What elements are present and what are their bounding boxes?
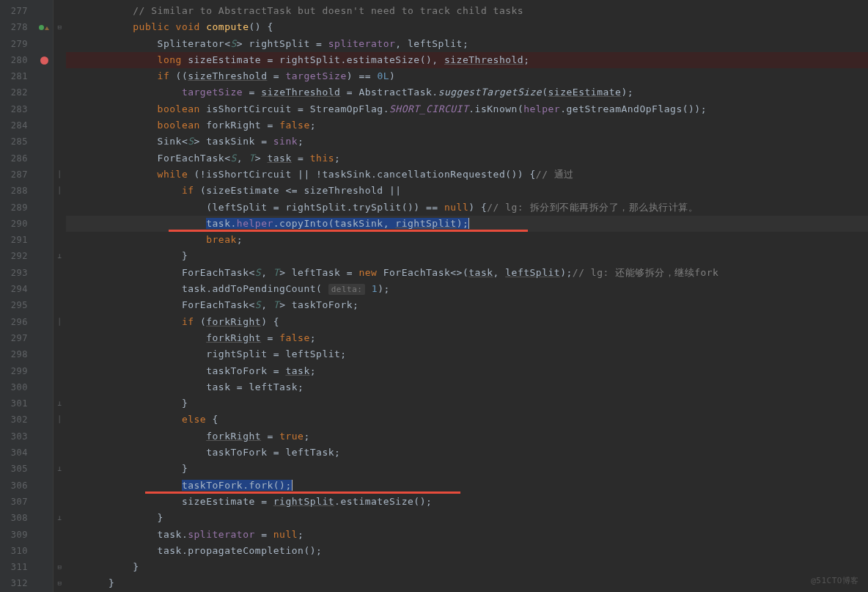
- code-line[interactable]: ForEachTask<S, T> leftTask = new ForEach…: [66, 265, 868, 281]
- code-line[interactable]: rightSplit = leftSplit;: [66, 346, 868, 362]
- fold-slot[interactable]: [54, 297, 66, 313]
- fold-slot[interactable]: ⊥: [54, 248, 66, 264]
- fold-slot[interactable]: [54, 346, 66, 362]
- code-line[interactable]: task.propagateCompletion();: [66, 543, 868, 559]
- line-number[interactable]: 302: [0, 412, 35, 428]
- fold-slot[interactable]: │: [54, 183, 66, 199]
- line-number[interactable]: 287: [0, 167, 35, 183]
- marker-slot[interactable]: [35, 543, 53, 559]
- line-number[interactable]: 308: [0, 510, 35, 526]
- marker-slot[interactable]: [35, 3, 53, 19]
- line-number[interactable]: 309: [0, 527, 35, 543]
- code-line[interactable]: boolean forkRight = false;: [66, 117, 868, 134]
- marker-slot[interactable]: [35, 428, 53, 445]
- code-line[interactable]: ForEachTask<S, T> taskToFork;: [66, 297, 868, 313]
- line-number[interactable]: 297: [0, 330, 35, 346]
- marker-slot[interactable]: [35, 297, 53, 313]
- code-line-highlighted[interactable]: taskToFork.fork();: [66, 478, 868, 494]
- line-number[interactable]: 285: [0, 134, 35, 150]
- line-number[interactable]: 293: [0, 265, 35, 281]
- code-line[interactable]: ForEachTask<S, T> task = this;: [66, 150, 868, 167]
- line-number[interactable]: 300: [0, 379, 35, 395]
- code-line[interactable]: if (sizeEstimate <= sizeThreshold ||: [66, 183, 868, 199]
- fold-slot[interactable]: [54, 281, 66, 297]
- line-number[interactable]: 307: [0, 494, 35, 510]
- line-number[interactable]: 278: [0, 19, 35, 35]
- code-line[interactable]: forkRight = true;: [66, 428, 868, 445]
- line-number[interactable]: 286: [0, 150, 35, 167]
- code-line[interactable]: Sink<S> taskSink = sink;: [66, 134, 868, 150]
- code-line[interactable]: taskToFork = task;: [66, 363, 868, 379]
- breakpoint-icon[interactable]: [40, 56, 48, 65]
- marker-slot[interactable]: [35, 478, 53, 494]
- fold-slot[interactable]: [54, 330, 66, 346]
- marker-slot[interactable]: [35, 183, 53, 199]
- line-number[interactable]: 280: [0, 52, 35, 68]
- marker-slot[interactable]: [35, 461, 53, 477]
- line-number[interactable]: 284: [0, 117, 35, 134]
- fold-slot[interactable]: [54, 52, 66, 68]
- code-line[interactable]: if (forkRight) {: [66, 314, 868, 330]
- fold-slot[interactable]: ⊟: [54, 19, 66, 35]
- line-number[interactable]: 290: [0, 216, 35, 232]
- marker-slot[interactable]: [35, 527, 53, 543]
- fold-slot[interactable]: [54, 232, 66, 248]
- line-number[interactable]: 292: [0, 248, 35, 264]
- code-editor[interactable]: 2772782792802812822832842852862872882892…: [0, 0, 868, 592]
- fold-slot[interactable]: [54, 84, 66, 101]
- code-line[interactable]: Spliterator<S> rightSplit = spliterator,…: [66, 36, 868, 52]
- fold-slot[interactable]: [54, 68, 66, 84]
- marker-slot[interactable]: [35, 19, 53, 35]
- code-line[interactable]: if ((sizeThreshold = targetSize) == 0L): [66, 68, 868, 84]
- marker-slot[interactable]: [35, 68, 53, 84]
- marker-slot[interactable]: [35, 134, 53, 150]
- line-number[interactable]: 291: [0, 232, 35, 248]
- code-line[interactable]: }: [66, 395, 868, 412]
- code-line[interactable]: else {: [66, 412, 868, 428]
- code-line[interactable]: targetSize = sizeThreshold = AbstractTas…: [66, 84, 868, 101]
- line-number-gutter[interactable]: 2772782792802812822832842852862872882892…: [0, 0, 35, 592]
- line-number[interactable]: 304: [0, 445, 35, 461]
- code-line[interactable]: boolean isShortCircuit = StreamOpFlag.SH…: [66, 101, 868, 117]
- fold-slot[interactable]: [54, 3, 66, 19]
- line-number[interactable]: 283: [0, 101, 35, 117]
- code-line[interactable]: }: [66, 461, 868, 477]
- marker-slot[interactable]: [35, 232, 53, 248]
- fold-slot[interactable]: │: [54, 314, 66, 330]
- line-number[interactable]: 311: [0, 559, 35, 575]
- marker-slot[interactable]: [35, 101, 53, 117]
- line-number[interactable]: 288: [0, 183, 35, 199]
- line-number[interactable]: 277: [0, 3, 35, 19]
- code-line[interactable]: task = leftTask;: [66, 379, 868, 395]
- marker-slot[interactable]: [35, 200, 53, 216]
- line-number[interactable]: 279: [0, 36, 35, 52]
- marker-slot[interactable]: [35, 412, 53, 428]
- fold-slot[interactable]: [54, 363, 66, 379]
- fold-slot[interactable]: ⊟: [54, 559, 66, 575]
- code-line[interactable]: task.spliterator = null;: [66, 527, 868, 543]
- line-number[interactable]: 282: [0, 84, 35, 101]
- code-area[interactable]: // Similar to AbstractTask but doesn't n…: [66, 0, 868, 592]
- marker-slot[interactable]: [35, 494, 53, 510]
- marker-slot[interactable]: [35, 314, 53, 330]
- marker-slot[interactable]: [35, 395, 53, 412]
- fold-slot[interactable]: [54, 216, 66, 232]
- code-line[interactable]: }: [66, 248, 868, 264]
- marker-slot[interactable]: [35, 52, 53, 68]
- fold-slot[interactable]: [54, 445, 66, 461]
- fold-slot[interactable]: [54, 117, 66, 134]
- marker-slot[interactable]: [35, 575, 53, 591]
- marker-slot[interactable]: [35, 330, 53, 346]
- override-icon[interactable]: [45, 26, 49, 30]
- line-number[interactable]: 310: [0, 543, 35, 559]
- code-line[interactable]: while (!isShortCircuit || !taskSink.canc…: [66, 167, 868, 183]
- marker-slot[interactable]: [35, 559, 53, 575]
- code-line[interactable]: task.addToPendingCount( delta: 1);: [66, 281, 868, 297]
- line-number[interactable]: 306: [0, 478, 35, 494]
- marker-gutter[interactable]: [35, 0, 53, 592]
- line-number[interactable]: 305: [0, 461, 35, 477]
- fold-slot[interactable]: [54, 36, 66, 52]
- line-number[interactable]: 303: [0, 428, 35, 445]
- fold-slot[interactable]: ⊥: [54, 510, 66, 526]
- code-line[interactable]: }: [66, 510, 868, 526]
